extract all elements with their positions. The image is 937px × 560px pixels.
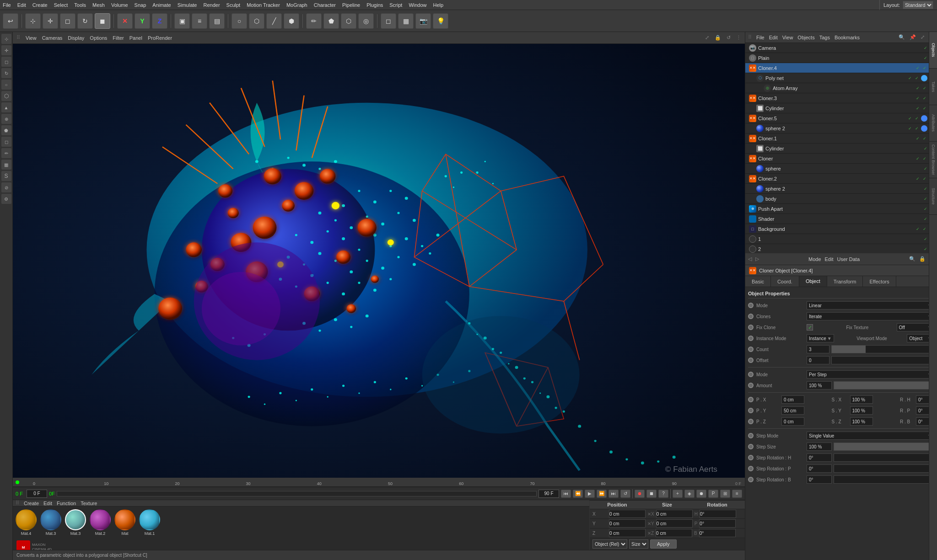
offset-slider[interactable]	[831, 356, 934, 364]
menu-edit[interactable]: Edit	[17, 2, 26, 8]
obj-push-apart[interactable]: ⊕ Push Apart ✓ ✓	[745, 204, 937, 214]
undo-button[interactable]: ↩	[3, 13, 18, 29]
step-rot-p-slider[interactable]	[834, 464, 934, 473]
count-slider[interactable]	[831, 345, 934, 353]
obj-cylinder2[interactable]: ⬜ Cylinder ✓ ✓	[745, 144, 937, 154]
attr-clones-dot[interactable]	[748, 314, 754, 319]
go-to-start-button[interactable]: ⏮	[561, 490, 571, 498]
rot-h-input[interactable]	[700, 510, 736, 518]
obj-cloner2[interactable]: ✕✕ Cloner.2 ✓ ✓	[745, 174, 937, 184]
attr-mode-dropdown[interactable]: Linear ▼	[807, 301, 934, 309]
attr-sz-input[interactable]	[850, 417, 873, 426]
menu-script[interactable]: Script	[389, 2, 402, 8]
attr-step-rot-p-input[interactable]	[807, 464, 832, 473]
timeline-ruler[interactable]: 0 10 20 30 40 50 60 70 80 90 0 F	[13, 478, 745, 487]
attr-offset-dot[interactable]	[748, 357, 754, 363]
menu-help[interactable]: Help	[433, 2, 444, 8]
obj-edit-menu[interactable]: Edit	[769, 35, 778, 40]
play-button[interactable]: ▶	[585, 490, 595, 498]
sphere2a-vis[interactable]: ✓	[907, 126, 913, 131]
attr-amount-dot[interactable]	[748, 383, 754, 388]
go-to-end-button[interactable]: ⏭	[609, 490, 619, 498]
attr-py-dot[interactable]	[748, 408, 754, 413]
shader-vis[interactable]: ✓	[923, 216, 928, 222]
left-select-icon[interactable]: ⊹	[1, 34, 11, 44]
cyl1-vis[interactable]: ✓	[915, 106, 921, 111]
left-cube-icon[interactable]: ⬡	[1, 91, 11, 101]
left-spline-icon[interactable]: ⬟	[1, 125, 11, 135]
fix-clone-checkbox[interactable]: ✓	[807, 324, 813, 331]
mesh-mode-button[interactable]: ⬡	[249, 13, 264, 29]
material-item-2[interactable]: Mat.2	[90, 509, 111, 536]
obj-mat2[interactable]: 2 ✓ ✓	[745, 244, 937, 253]
obj-objects-menu[interactable]: Objects	[797, 35, 814, 40]
menu-create[interactable]: Create	[32, 2, 48, 8]
obj-mat1[interactable]: 1 ✓ ✓	[745, 234, 937, 244]
attr-sy-input[interactable]	[850, 406, 873, 415]
light-button[interactable]: 💡	[433, 13, 448, 29]
material-item-3[interactable]: Mat.3	[65, 509, 86, 536]
edge-mode-button[interactable]: ╱	[266, 13, 282, 29]
polynet-vis[interactable]: ✓	[907, 75, 913, 81]
cloner2-render[interactable]: ✓	[922, 176, 927, 181]
menu-render[interactable]: Render	[203, 2, 220, 8]
left-sculpt-icon[interactable]: ⊘	[1, 182, 11, 192]
attr-mode-dot[interactable]	[748, 303, 754, 308]
attr-step-rot-b-dot[interactable]	[748, 477, 754, 482]
obj-cloner[interactable]: ✕✕ Cloner ✓ ✓	[745, 154, 937, 164]
tab-basic[interactable]: Basic	[745, 276, 771, 287]
left-s-icon[interactable]: S	[1, 171, 11, 181]
size-z-input[interactable]	[656, 529, 692, 537]
cloner4-vis[interactable]: ✓	[915, 65, 921, 71]
menu-volume[interactable]: Volume	[111, 2, 128, 8]
obj-cylinder1[interactable]: ⬜ Cylinder ✓ ✓	[745, 103, 937, 113]
viewport-display-menu[interactable]: Display	[68, 35, 84, 41]
help-button[interactable]: ?	[658, 490, 668, 498]
attr-edit-label[interactable]: Edit	[825, 256, 834, 262]
attr-step-mode-dot[interactable]	[748, 433, 754, 438]
grid-toggle-button[interactable]: ▦	[398, 13, 414, 29]
timeline-track[interactable]	[57, 491, 537, 496]
viewport-options-menu[interactable]: Options	[90, 35, 107, 41]
obj-cloner4[interactable]: ✕✕ Cloner.4 ✓ ✓	[745, 63, 937, 73]
tab-effectors[interactable]: Effectors	[863, 276, 896, 287]
attr-sx-input[interactable]	[850, 395, 873, 404]
layout-select[interactable]: Standard	[903, 1, 933, 9]
tab-object[interactable]: Object	[799, 276, 827, 287]
object-mode-button[interactable]: ○	[232, 13, 247, 29]
obj-sphere2a[interactable]: sphere 2 ✓ ✓	[745, 123, 937, 133]
attr-step-rot-p-dot[interactable]	[748, 466, 754, 471]
viewport-lock-icon[interactable]: 🔒	[715, 35, 721, 41]
polynet-render[interactable]: ✓	[914, 75, 920, 81]
attr-amount-input[interactable]	[807, 381, 832, 389]
attr-pz-dot[interactable]	[748, 419, 754, 424]
attr-py-input[interactable]	[781, 406, 804, 415]
attr-step-rot-h-input[interactable]	[807, 453, 832, 462]
menu-pipeline[interactable]: Pipeline	[342, 2, 360, 8]
obj-background[interactable]: □ Background ✓ ✓	[745, 224, 937, 234]
side-tab-takes[interactable]: Takes	[929, 69, 937, 105]
cloner2-vis[interactable]: ✓	[915, 176, 921, 181]
cloner-vis[interactable]: ✓	[915, 156, 921, 161]
stop-button[interactable]: ⏹	[646, 490, 657, 498]
attr-offset-input[interactable]	[807, 356, 829, 364]
scale-tool-button[interactable]: ◻	[60, 13, 75, 29]
atomarray-vis[interactable]: ✓	[915, 85, 921, 91]
step-rot-b-slider[interactable]	[834, 475, 934, 484]
cloner5-vis[interactable]: ✓	[907, 116, 913, 121]
obj-sphere2b[interactable]: sphere 2 ✓ ✓	[745, 184, 937, 194]
left-move-icon[interactable]: ✛	[1, 45, 11, 55]
menu-simulate[interactable]: Simulate	[178, 2, 197, 8]
side-tab-attributes[interactable]: Attributes	[929, 105, 937, 142]
menu-animate[interactable]: Animate	[152, 2, 171, 8]
obj-atomarray[interactable]: ◎ Atom Array ✓ ✓	[745, 83, 937, 93]
left-circle-icon[interactable]: ○	[1, 80, 11, 90]
mirror-button[interactable]: ⬡	[341, 13, 356, 29]
attr-nav-forward[interactable]: ▷	[755, 256, 759, 262]
autokey-button[interactable]: ⏺	[696, 490, 706, 498]
viewport[interactable]: © Fabian Aerts	[13, 44, 745, 478]
cloner3-render[interactable]: ✓	[922, 96, 927, 101]
step-size-slider[interactable]	[834, 443, 934, 451]
obj-pin-icon[interactable]: 📌	[910, 34, 916, 40]
menu-tools[interactable]: Tools	[74, 2, 86, 8]
